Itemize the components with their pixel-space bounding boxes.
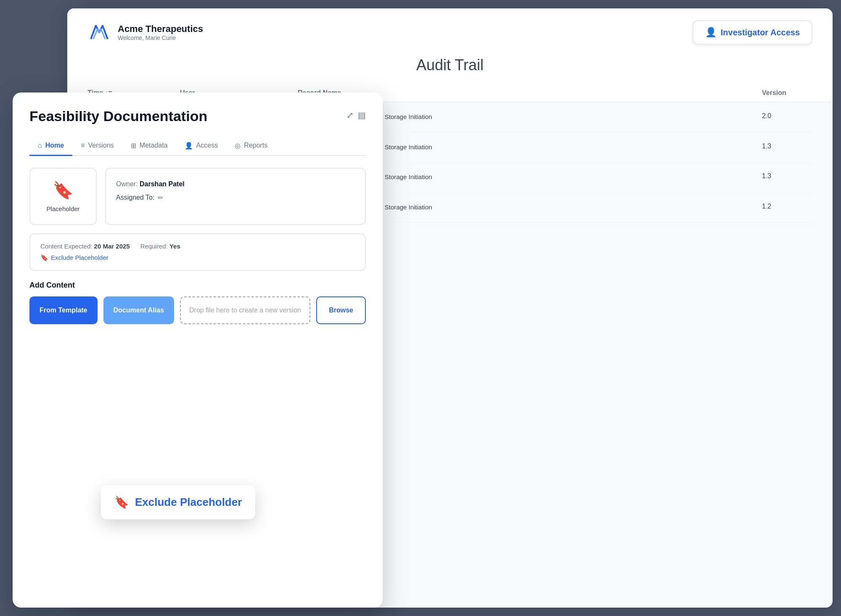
tab-metadata-label: Metadata bbox=[140, 142, 168, 149]
home-icon: ⌂ bbox=[38, 142, 42, 149]
tab-home-label: Home bbox=[45, 142, 64, 149]
brand-text: Acme Therapeutics Welcome, Marie Curie bbox=[118, 24, 203, 41]
exclude-bookmark-icon: 🔖 bbox=[40, 254, 48, 262]
content-expected-label: Content Expected: bbox=[40, 243, 92, 250]
audit-trail-title: Audit Trail bbox=[87, 56, 812, 74]
cell-version: 1.3 bbox=[762, 143, 812, 150]
tooltip-label: Exclude Placeholder bbox=[135, 496, 242, 509]
tab-reports-label: Reports bbox=[244, 142, 267, 149]
document-title: Feasibility Documentation bbox=[29, 108, 207, 125]
metadata-icon: ⊞ bbox=[131, 142, 136, 150]
document-alias-button[interactable]: Document Alias bbox=[103, 296, 174, 324]
owner-value: Darshan Patel bbox=[140, 180, 185, 188]
cell-version: 2.0 bbox=[762, 112, 812, 120]
owner-label: Owner: bbox=[116, 180, 138, 188]
add-content-row: From Template Document Alias Drop file h… bbox=[29, 296, 366, 324]
drop-zone-text: Drop file here to create a new version bbox=[189, 306, 301, 315]
assigned-label: Assigned To: bbox=[116, 194, 154, 201]
owner-row: Owner: Darshan Patel bbox=[116, 180, 355, 188]
tab-versions-label: Versions bbox=[88, 142, 114, 149]
tab-versions[interactable]: ≡ Versions bbox=[72, 137, 122, 156]
doc-title-icons: ⤢ ▤ bbox=[346, 110, 366, 120]
brand-area: Acme Therapeutics Welcome, Marie Curie bbox=[87, 22, 203, 42]
required-label: Required: bbox=[140, 243, 168, 250]
tab-metadata[interactable]: ⊞ Metadata bbox=[122, 137, 176, 156]
versions-icon: ≡ bbox=[81, 142, 85, 149]
cell-version: 1.2 bbox=[762, 203, 812, 210]
tab-reports[interactable]: ◎ Reports bbox=[226, 137, 276, 156]
investigator-access-button[interactable]: 👤 Investigator Access bbox=[693, 20, 812, 45]
placeholder-section: 🔖 Placeholder Owner: Darshan Patel Assig… bbox=[29, 168, 366, 225]
placeholder-label: Placeholder bbox=[46, 205, 79, 212]
audit-header: Acme Therapeutics Welcome, Marie Curie 👤… bbox=[67, 8, 833, 102]
doc-info-card: Owner: Darshan Patel Assigned To: ✏ bbox=[105, 168, 366, 225]
content-expected-row: Content Expected: 20 Mar 2025 Required: … bbox=[40, 243, 355, 250]
add-content-label: Add Content bbox=[29, 281, 366, 290]
cell-version: 1.3 bbox=[762, 172, 812, 180]
reports-icon: ◎ bbox=[235, 142, 241, 150]
from-template-button[interactable]: From Template bbox=[29, 296, 98, 324]
investigator-icon: 👤 bbox=[705, 27, 717, 38]
exclude-placeholder-link[interactable]: 🔖 Exclude Placeholder bbox=[40, 254, 108, 262]
tab-access[interactable]: 👤 Access bbox=[176, 137, 227, 156]
placeholder-card: 🔖 Placeholder bbox=[29, 168, 97, 225]
exclude-placeholder-tooltip: 🔖 Exclude Placeholder bbox=[101, 485, 255, 519]
tooltip-bookmark-icon: 🔖 bbox=[114, 495, 129, 509]
welcome-text: Welcome, Marie Curie bbox=[118, 34, 203, 41]
drop-zone[interactable]: Drop file here to create a new version bbox=[180, 296, 310, 324]
content-expected-value: 20 Mar 2025 bbox=[94, 243, 130, 250]
exclude-link-label: Exclude Placeholder bbox=[51, 254, 108, 261]
access-icon: 👤 bbox=[185, 142, 193, 150]
layout-icon[interactable]: ▤ bbox=[358, 110, 366, 120]
document-panel: Feasibility Documentation ⤢ ▤ ⌂ Home ≡ V… bbox=[13, 93, 383, 608]
doc-title-bar: Feasibility Documentation ⤢ ▤ bbox=[29, 108, 366, 125]
expand-icon[interactable]: ⤢ bbox=[346, 110, 354, 120]
edit-assigned-icon[interactable]: ✏ bbox=[158, 194, 163, 202]
bookmark-icon: 🔖 bbox=[53, 180, 74, 200]
meta-section: Content Expected: 20 Mar 2025 Required: … bbox=[29, 233, 366, 271]
tab-home[interactable]: ⌂ Home bbox=[29, 137, 72, 156]
investigator-label: Investigator Access bbox=[721, 28, 800, 37]
document-content: Feasibility Documentation ⤢ ▤ ⌂ Home ≡ V… bbox=[13, 93, 383, 608]
browse-button[interactable]: Browse bbox=[316, 296, 366, 324]
required-value: Yes bbox=[169, 243, 180, 250]
assigned-row: Assigned To: ✏ bbox=[116, 194, 355, 202]
brand-logo bbox=[87, 22, 111, 42]
audit-top-bar: Acme Therapeutics Welcome, Marie Curie 👤… bbox=[87, 20, 812, 45]
tab-access-label: Access bbox=[196, 142, 218, 149]
col-version: Version bbox=[762, 89, 812, 97]
company-name: Acme Therapeutics bbox=[118, 24, 203, 34]
document-tabs: ⌂ Home ≡ Versions ⊞ Metadata 👤 Access ◎ … bbox=[29, 137, 366, 156]
